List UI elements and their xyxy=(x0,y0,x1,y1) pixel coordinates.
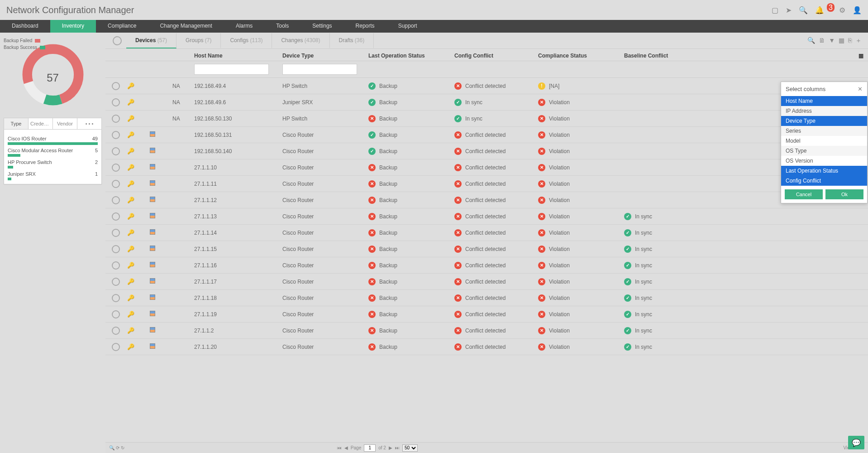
col-header-op[interactable]: Last Operation Status xyxy=(368,53,454,59)
row-checkbox[interactable] xyxy=(112,82,120,90)
table-row[interactable]: 🔑192.168.50.131Cisco Router✓Backup✕Confl… xyxy=(105,127,868,143)
subtab-changes[interactable]: Changes (4308) xyxy=(272,33,329,48)
side-tab-2[interactable]: Vendor xyxy=(53,118,77,129)
subtab-configs[interactable]: Configs (113) xyxy=(221,33,272,48)
row-checkbox[interactable] xyxy=(112,115,120,123)
row-checkbox[interactable] xyxy=(112,147,120,155)
col-header-type[interactable]: Device Type xyxy=(282,53,368,59)
side-tab-0[interactable]: Type xyxy=(4,118,29,129)
row-checkbox[interactable] xyxy=(112,343,120,351)
column-settings-icon[interactable]: ▦ xyxy=(858,53,868,59)
col-header-comp[interactable]: Compliance Status xyxy=(538,53,624,59)
page-input[interactable] xyxy=(364,444,376,452)
page-next-icon[interactable]: ▶ xyxy=(389,445,392,450)
export-pdf-icon[interactable]: 🗎 xyxy=(819,37,825,45)
table-row[interactable]: 🔑NA192.168.49.6Juniper SRX✓Backup✓In syn… xyxy=(105,94,868,111)
row-checkbox[interactable] xyxy=(112,196,120,204)
side-list-item[interactable]: Cisco Modular Access Router5 xyxy=(8,145,98,154)
subtab-drafts[interactable]: Drafts (36) xyxy=(330,33,374,48)
table-row[interactable]: 🔑NA192.168.49.4HP Switch✓Backup✕Conflict… xyxy=(105,78,868,94)
row-checkbox[interactable] xyxy=(112,131,120,139)
row-checkbox[interactable] xyxy=(112,327,120,335)
nav-support[interactable]: Support xyxy=(386,20,429,33)
nav-compliance[interactable]: Compliance xyxy=(96,20,148,33)
cancel-button[interactable]: Cancel xyxy=(785,189,823,199)
row-checkbox[interactable] xyxy=(112,98,120,106)
col-header-conf[interactable]: Config Conflict xyxy=(454,53,538,59)
nav-settings[interactable]: Settings xyxy=(300,20,343,33)
row-checkbox[interactable] xyxy=(112,294,120,302)
column-option[interactable]: Host Name xyxy=(781,96,867,106)
column-option[interactable]: OS Version xyxy=(781,156,867,166)
column-option[interactable]: Last Operation Status xyxy=(781,166,867,176)
column-option[interactable]: OS Type xyxy=(781,146,867,156)
nav-change-management[interactable]: Change Management xyxy=(148,20,224,33)
table-row[interactable]: 🔑27.1.1.19Cisco Router✕Backup✕Conflict d… xyxy=(105,306,868,323)
side-tab-3[interactable]: • • • xyxy=(77,118,101,129)
subtab-devices[interactable]: Devices (57) xyxy=(126,33,176,48)
page-last-icon[interactable]: ⏭ xyxy=(395,445,400,450)
nav-alarms[interactable]: Alarms xyxy=(224,20,264,33)
filter-type-input[interactable] xyxy=(282,64,357,75)
nav-inventory[interactable]: Inventory xyxy=(50,20,96,33)
search-icon[interactable]: 🔍 xyxy=(799,6,808,14)
row-checkbox[interactable] xyxy=(112,229,120,237)
filter-host-input[interactable] xyxy=(194,64,269,75)
gear-icon[interactable]: ⚙ xyxy=(839,6,845,14)
table-row[interactable]: 🔑27.1.1.13Cisco Router✕Backup✕Conflict d… xyxy=(105,208,868,225)
nav-reports[interactable]: Reports xyxy=(344,20,386,33)
subtab-groups[interactable]: Groups (7) xyxy=(176,33,221,48)
table-row[interactable]: 🔑27.1.1.17Cisco Router✕Backup✕Conflict d… xyxy=(105,274,868,290)
table-row[interactable]: 🔑27.1.1.12Cisco Router✕Backup✕Conflict d… xyxy=(105,192,868,208)
presentation-icon[interactable]: ▢ xyxy=(772,6,778,14)
side-list-item[interactable]: HP Procurve Switch2 xyxy=(8,157,98,166)
column-option[interactable]: Device Type xyxy=(781,116,867,126)
side-list-item[interactable]: Cisco IOS Router49 xyxy=(8,133,98,142)
column-option[interactable]: Model xyxy=(781,136,867,146)
row-checkbox[interactable] xyxy=(112,261,120,270)
link-icon[interactable]: ⟳ xyxy=(116,445,119,450)
column-option[interactable]: IP Address xyxy=(781,106,867,116)
ok-button[interactable]: Ok xyxy=(825,189,863,199)
page-prev-icon[interactable]: ◀ xyxy=(344,445,348,450)
column-option[interactable]: Config Conflict xyxy=(781,176,867,186)
table-row[interactable]: 🔑27.1.1.20Cisco Router✕Backup✕Conflict d… xyxy=(105,339,868,355)
row-checkbox[interactable] xyxy=(112,310,120,318)
page-size-select[interactable]: 50 xyxy=(402,444,418,452)
table-row[interactable]: 🔑192.168.50.140Cisco Router✓Backup✕Confl… xyxy=(105,143,868,159)
col-header-base[interactable]: Baseline Conflict xyxy=(624,53,696,59)
nav-dashboard[interactable]: Dashboard xyxy=(0,20,50,33)
row-checkbox[interactable] xyxy=(112,180,120,188)
close-icon[interactable]: ✕ xyxy=(858,86,863,92)
chat-icon[interactable]: 💬 xyxy=(848,436,864,449)
avatar-icon[interactable]: 👤 xyxy=(853,6,862,14)
row-checkbox[interactable] xyxy=(112,212,120,221)
table-row[interactable]: 🔑27.1.1.16Cisco Router✕Backup✕Conflict d… xyxy=(105,257,868,274)
side-tab-1[interactable]: Credent… xyxy=(29,118,53,129)
filter-icon[interactable]: ▼ xyxy=(829,37,835,45)
select-all-checkbox[interactable] xyxy=(113,36,122,45)
column-option[interactable]: Series xyxy=(781,126,867,136)
table-row[interactable]: 🔑27.1.1.14Cisco Router✕Backup✕Conflict d… xyxy=(105,225,868,241)
table-row[interactable]: 🔑27.1.1.11Cisco Router✕Backup✕Conflict d… xyxy=(105,176,868,192)
table-row[interactable]: 🔑NA192.168.50.130HP Switch✕Backup✓In syn… xyxy=(105,111,868,127)
rocket-icon[interactable]: ➤ xyxy=(786,6,792,14)
row-checkbox[interactable] xyxy=(112,278,120,286)
refresh-icon[interactable]: ↻ xyxy=(121,445,124,450)
page-first-icon[interactable]: ⏮ xyxy=(337,445,342,450)
nav-tools[interactable]: Tools xyxy=(264,20,300,33)
row-checkbox[interactable] xyxy=(112,245,120,253)
bell-icon[interactable]: 🔔3 xyxy=(815,6,832,14)
table-row[interactable]: 🔑27.1.1.2Cisco Router✕Backup✕Conflict de… xyxy=(105,323,868,339)
zoom-in-icon[interactable]: 🔍 xyxy=(109,445,114,450)
table-row[interactable]: 🔑27.1.1.18Cisco Router✕Backup✕Conflict d… xyxy=(105,290,868,306)
side-list-item[interactable]: Juniper SRX1 xyxy=(8,169,98,178)
search-icon[interactable]: 🔍 xyxy=(807,37,815,45)
add-icon[interactable]: ＋ xyxy=(855,37,862,45)
table-row[interactable]: 🔑27.1.1.15Cisco Router✕Backup✕Conflict d… xyxy=(105,241,868,257)
col-header-host[interactable]: Host Name xyxy=(194,53,282,59)
table-row[interactable]: 🔑27.1.1.10Cisco Router✕Backup✕Conflict d… xyxy=(105,159,868,176)
copy-icon[interactable]: ⎘ xyxy=(848,37,852,45)
columns-icon[interactable]: ▦ xyxy=(839,37,844,45)
row-checkbox[interactable] xyxy=(112,164,120,172)
